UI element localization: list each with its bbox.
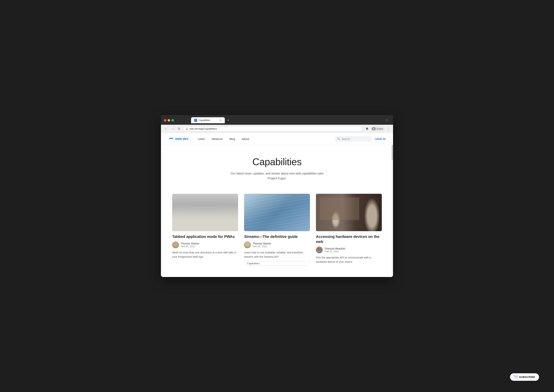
article-title-3[interactable]: Accessing hardware devices on the web	[316, 234, 382, 244]
site-nav: web.dev Learn Measure Blog About Search …	[161, 133, 393, 145]
nav-link-about[interactable]: About	[238, 133, 252, 144]
author-avatar-2	[244, 241, 251, 248]
traffic-lights	[164, 119, 174, 122]
article-date-2: Feb 19, 2021	[253, 245, 271, 248]
article-excerpt-2: Learn how to use readable, writable, and…	[244, 250, 310, 259]
article-image-3	[316, 194, 382, 231]
article-date-3: Feb 12, 2021	[325, 250, 345, 253]
active-tab[interactable]: Capabilities ✕	[191, 117, 225, 123]
tab-bar: Capabilities ✕ +	[176, 117, 231, 123]
svg-point-3	[373, 128, 375, 129]
nav-link-blog[interactable]: Blog	[226, 133, 238, 144]
user-label: Guest	[376, 127, 383, 130]
article-tag-2[interactable]: Capabilities	[244, 261, 310, 266]
subscribe-label: SUBSCRIBE	[519, 376, 535, 378]
author-name-2: Thomas Steiner	[253, 242, 271, 245]
forward-button[interactable]: →	[170, 126, 175, 131]
page-title: Capabilities	[169, 156, 385, 167]
subscribe-button[interactable]: SUBSCRIBE	[510, 373, 539, 381]
bell-icon	[365, 127, 369, 131]
user-menu[interactable]: Guest	[370, 126, 384, 131]
article-card-2: Streams—The definitive guide Thomas Stei…	[244, 194, 310, 266]
article-author-row-1: Thomas Steiner Feb 25, 2021	[172, 241, 238, 248]
svg-line-6	[339, 139, 340, 140]
lock-icon: 🔒	[186, 127, 188, 130]
subscribe-icon	[514, 376, 518, 378]
nav-link-measure[interactable]: Measure	[208, 133, 226, 144]
article-image-1	[172, 194, 238, 231]
new-tab-button[interactable]: +	[226, 118, 231, 123]
search-placeholder: Search	[341, 137, 350, 140]
article-card-1: Tabbed application mode for PWAs Thomas …	[172, 194, 238, 266]
maximize-button[interactable]	[171, 119, 174, 122]
site-logo[interactable]: web.dev	[169, 136, 188, 142]
author-name-3: François Beaufort	[325, 247, 345, 250]
logo-text: web.dev	[175, 137, 188, 141]
hero-section: Capabilities Our latest news, updates, a…	[161, 145, 393, 190]
back-button[interactable]: ←	[163, 126, 169, 131]
nav-link-learn[interactable]: Learn	[194, 133, 208, 144]
scrollbar-thumb[interactable]	[391, 145, 393, 160]
search-icon	[337, 137, 340, 140]
author-info-3: François Beaufort Feb 12, 2021	[325, 247, 345, 253]
article-title-2[interactable]: Streams—The definitive guide	[244, 234, 310, 239]
notification-icon[interactable]	[365, 127, 369, 131]
author-name-1: Thomas Steiner	[181, 242, 199, 245]
search-box[interactable]: Search	[335, 136, 372, 142]
nav-links: Learn Measure Blog About	[194, 133, 335, 144]
articles-grid: Tabbed application mode for PWAs Thomas …	[161, 190, 393, 277]
address-bar-row: ← → ↻ 🔒 web.dev/tags/capabilities/	[161, 125, 393, 133]
more-menu-button[interactable]: ⋮	[386, 126, 391, 131]
close-button[interactable]	[164, 119, 166, 122]
svg-point-1	[367, 130, 367, 130]
article-image-2	[244, 194, 310, 231]
tab-title: Capabilities	[199, 119, 218, 122]
extension-icon[interactable]: ⬡	[385, 118, 389, 122]
minimize-button[interactable]	[168, 119, 170, 122]
site-content: web.dev Learn Measure Blog About Search …	[161, 133, 393, 277]
article-title-1[interactable]: Tabbed application mode for PWAs	[172, 234, 238, 239]
url-text: web.dev/tags/capabilities/	[189, 127, 217, 130]
nav-right: Search SIGN IN	[335, 136, 385, 142]
author-avatar-1	[172, 241, 179, 248]
browser-actions: Guest ⋮	[365, 126, 391, 131]
tab-favicon-icon	[194, 119, 197, 122]
author-info-2: Thomas Steiner Feb 19, 2021	[253, 242, 271, 248]
tab-close-button[interactable]: ✕	[220, 119, 222, 122]
article-date-1: Feb 25, 2021	[181, 245, 199, 248]
article-excerpt-3: Pick the appropriate API to communicate …	[316, 255, 382, 264]
article-excerpt-1: Work on more than one document at a time…	[172, 250, 238, 259]
logo-icon	[169, 136, 174, 142]
user-avatar-icon	[372, 127, 376, 131]
sign-in-button[interactable]: SIGN IN	[375, 137, 385, 140]
article-card-3: Accessing hardware devices on the web Fr…	[316, 194, 382, 266]
author-info-1: Thomas Steiner Feb 25, 2021	[181, 242, 199, 248]
address-bar[interactable]: 🔒 web.dev/tags/capabilities/	[183, 126, 362, 131]
hero-description: Our latest news, updates, and stories ab…	[228, 171, 326, 181]
article-author-row-2: Thomas Steiner Feb 19, 2021	[244, 241, 310, 248]
article-author-row-3: François Beaufort Feb 12, 2021	[316, 246, 382, 253]
author-avatar-3	[316, 246, 323, 253]
reload-button[interactable]: ↻	[177, 126, 181, 131]
